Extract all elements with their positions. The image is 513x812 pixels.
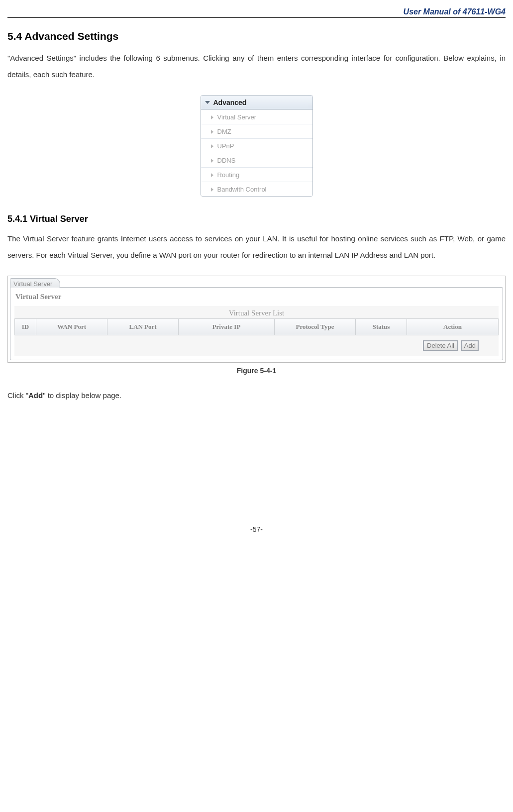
page-number: -57- xyxy=(7,525,506,533)
menu-item-dmz[interactable]: DMZ xyxy=(201,124,312,138)
figure-caption: Figure 5-4-1 xyxy=(7,367,506,375)
menu-item-routing[interactable]: Routing xyxy=(201,167,312,182)
chevron-down-icon xyxy=(205,101,210,104)
virtual-server-list-title: Virtual Server List xyxy=(14,306,499,318)
add-button[interactable]: Add xyxy=(461,340,479,351)
chevron-right-icon xyxy=(211,159,213,163)
after-figure-text: Click "Add" to display below page. xyxy=(7,387,506,404)
header-divider xyxy=(7,17,506,18)
advanced-menu-header[interactable]: Advanced xyxy=(201,96,312,109)
virtual-server-table: ID WAN Port LAN Port Private IP Protocol… xyxy=(14,318,499,335)
menu-item-bandwidth[interactable]: Bandwith Control xyxy=(201,182,312,196)
menu-item-label: UPnP xyxy=(217,142,234,150)
panel-tab-label: Virtual Server xyxy=(13,280,53,288)
panel-tab-virtual-server[interactable]: Virtual Server xyxy=(10,278,60,288)
menu-item-label: DMZ xyxy=(217,128,231,135)
subsection-heading: 5.4.1 Virtual Server xyxy=(7,214,506,224)
chevron-right-icon xyxy=(211,188,213,192)
panel-title: Virtual Server xyxy=(15,293,499,301)
menu-item-ddns[interactable]: DDNS xyxy=(201,153,312,167)
col-wan-port: WAN Port xyxy=(36,319,107,335)
col-lan-port: LAN Port xyxy=(107,319,179,335)
advanced-menu-title: Advanced xyxy=(213,99,247,106)
col-private-ip: Private IP xyxy=(179,319,275,335)
subsection-body: The Virtual Server feature grants Intern… xyxy=(7,230,506,263)
col-status: Status xyxy=(356,319,407,335)
col-id: ID xyxy=(15,319,36,335)
menu-item-upnp[interactable]: UPnP xyxy=(201,138,312,153)
menu-item-label: Bandwith Control xyxy=(217,186,267,193)
col-protocol-type: Protocol Type xyxy=(275,319,356,335)
section-intro: "Advanced Settings" includes the followi… xyxy=(7,50,506,83)
menu-item-label: DDNS xyxy=(217,157,236,164)
section-heading: 5.4 Advanced Settings xyxy=(7,30,506,42)
chevron-right-icon xyxy=(211,144,213,148)
chevron-right-icon xyxy=(211,130,213,134)
menu-item-label: Virtual Server xyxy=(217,113,257,121)
virtual-server-panel: Virtual Server Virtual Server Virtual Se… xyxy=(7,276,506,363)
menu-item-label: Routing xyxy=(217,171,240,179)
chevron-right-icon xyxy=(211,173,213,177)
page-header-title: User Manual of 47611-WG4 xyxy=(7,7,506,16)
menu-item-virtual-server[interactable]: Virtual Server xyxy=(201,109,312,124)
advanced-menu: Advanced Virtual Server DMZ UPnP DDNS Ro… xyxy=(201,95,313,197)
delete-all-button[interactable]: Delete All xyxy=(423,340,458,351)
chevron-right-icon xyxy=(211,115,213,119)
col-action: Action xyxy=(407,319,499,335)
